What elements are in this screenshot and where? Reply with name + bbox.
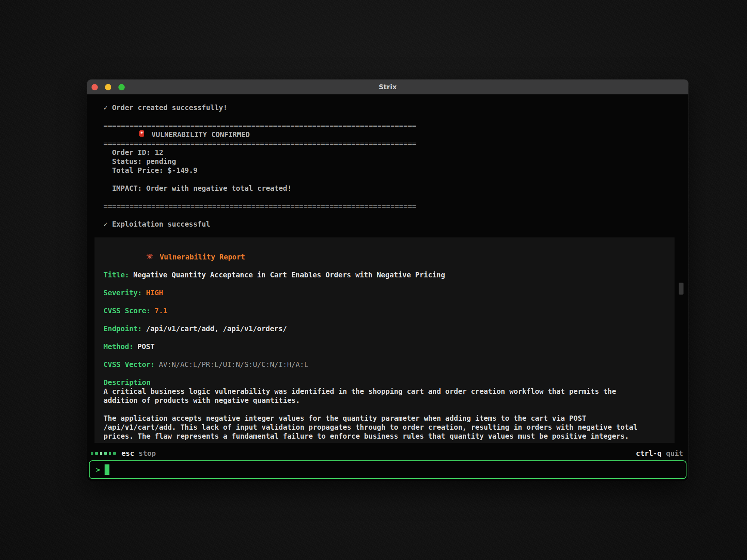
command-input[interactable]: > — [89, 460, 686, 479]
order-status-line: Status: pending — [87, 157, 688, 166]
cvss-score-label: CVSS Score: — [103, 307, 151, 315]
description-text-line: A critical business logic vulnerability … — [103, 387, 666, 396]
report-endpoint-row: Endpoint:/api/v1/cart/add, /api/v1/order… — [103, 324, 666, 333]
description-text-line: addition of products with negative quant… — [103, 396, 666, 405]
cvss-vector-value: AV:N/AC:L/PR:L/UI:N/S:U/C:N/I:H/A:L — [159, 360, 308, 368]
cvss-vector-label: CVSS Vector: — [103, 360, 155, 368]
exploitation-successful-message: ✓ Exploitation successful — [87, 220, 688, 228]
report-method-row: Method:POST — [103, 342, 666, 351]
report-title-row: Title:Negative Quantity Acceptance in Ca… — [103, 270, 666, 279]
report-cvss-score-row: CVSS Score:7.1 — [103, 306, 666, 315]
severity-value: HIGH — [146, 289, 163, 297]
vulnerability-confirmed-heading: VULNERABILITY CONFIRMED — [87, 130, 688, 139]
impact-line: IMPACT: Order with negative total create… — [87, 184, 688, 193]
description-heading: Description — [103, 378, 661, 387]
separator-line: ========================================… — [87, 139, 688, 148]
prompt-symbol: > — [96, 465, 100, 474]
esc-action-label: stop — [139, 449, 156, 457]
order-created-message: ✓ Order created successfully! — [87, 103, 688, 112]
esc-key-hint: esc — [121, 449, 134, 457]
report-cvss-vector-row: CVSS Vector:AV:N/AC:L/PR:L/UI:N/S:U/C:N/… — [103, 360, 666, 369]
report-header: Vulnerability Report — [103, 252, 666, 261]
order-id-line: Order ID: 12 — [87, 148, 688, 157]
report-severity-row: Severity:HIGH — [103, 288, 666, 297]
endpoint-label: Endpoint: — [103, 324, 142, 333]
vulnerability-report-panel: Vulnerability Report Title:Negative Quan… — [94, 237, 675, 443]
activity-spinner — [91, 452, 116, 455]
spider-icon — [103, 243, 154, 271]
total-price-line: Total Price: $-149.9 — [87, 166, 688, 175]
description-text-line: /api/v1/cart/add. This lack of input val… — [103, 423, 666, 432]
severity-label: Severity: — [103, 289, 142, 297]
vulnerability-confirmed-text: VULNERABILITY CONFIRMED — [152, 130, 250, 139]
cvss-score-value: 7.1 — [155, 307, 167, 315]
method-label: Method: — [103, 342, 133, 351]
endpoint-value: /api/v1/cart/add, /api/v1/orders/ — [146, 324, 287, 333]
title-value: Negative Quantity Acceptance in Cart Ena… — [133, 271, 445, 279]
description-text-line: The application accepts negative integer… — [103, 414, 666, 423]
title-label: Title: — [103, 271, 129, 279]
status-bar: esc stop ctrl-q quit — [87, 448, 688, 458]
title-bar[interactable]: Strix — [87, 80, 688, 94]
quit-action-label: quit — [666, 449, 683, 457]
quit-key-hint: ctrl-q — [636, 449, 662, 457]
window-title: Strix — [87, 80, 688, 94]
description-text-line: prices. The flaw represents a fundamenta… — [103, 432, 666, 441]
terminal-scrollback: ✓ Order created successfully! ==========… — [87, 95, 688, 443]
method-value: POST — [137, 342, 155, 351]
separator-line: ========================================… — [87, 202, 688, 211]
report-header-text: Vulnerability Report — [159, 252, 245, 261]
scrollbar-thumb[interactable] — [679, 283, 684, 295]
separator-line: ========================================… — [87, 121, 688, 130]
strix-terminal-window: Strix ✓ Order created successfully! ====… — [87, 80, 688, 481]
text-cursor — [105, 464, 109, 475]
